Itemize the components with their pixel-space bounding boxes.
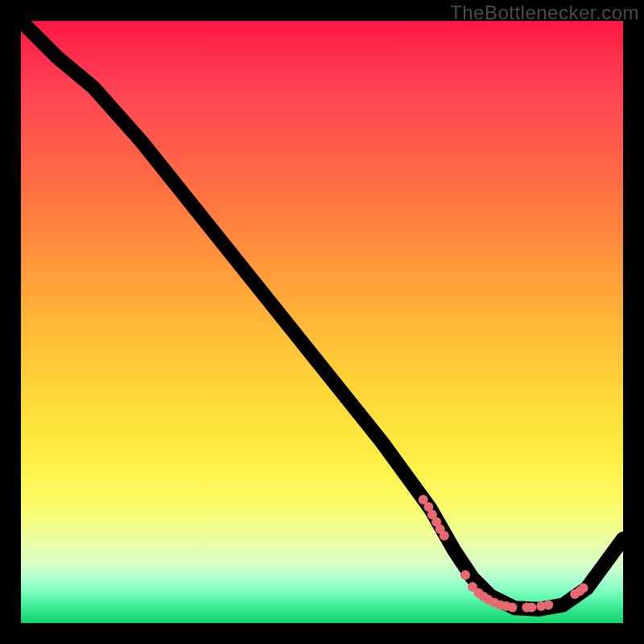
chart-frame: TheBottlenecker.com (0, 0, 644, 644)
data-point (440, 531, 449, 541)
bottleneck-curve (21, 21, 623, 609)
data-point (543, 601, 553, 610)
watermark-label: TheBottlenecker.com (450, 2, 639, 24)
chart-svg (21, 21, 623, 623)
data-point (579, 584, 588, 593)
data-point (460, 570, 470, 580)
data-point (526, 603, 536, 613)
data-point (507, 603, 517, 613)
